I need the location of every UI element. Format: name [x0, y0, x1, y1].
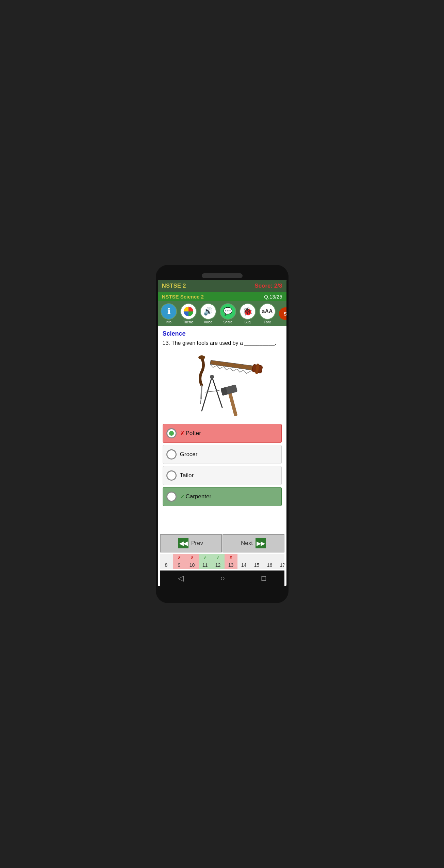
voice-label: Voice — [204, 320, 212, 324]
page-12[interactable]: ✓ 12 — [212, 554, 225, 569]
radio-grocer — [166, 449, 177, 460]
radio-potter — [166, 428, 177, 438]
option-grocer[interactable]: Grocer — [163, 445, 282, 464]
page-mark-12: ✓ — [216, 556, 219, 560]
page-13[interactable]: ✗ 13 — [225, 554, 237, 569]
score-display: Score: 2/8 — [254, 283, 282, 289]
svg-line-7 — [202, 377, 212, 411]
option-carpenter-label: Carpenter — [186, 493, 212, 500]
font-button[interactable]: aAA Font — [258, 303, 277, 325]
bug-label: Bug — [245, 320, 251, 324]
svg-line-5 — [201, 385, 202, 399]
header-sub: NSTSE Science 2 Q.13/25 — [158, 292, 286, 301]
options-list: ✗ Potter Grocer Tailor ✓ Carpente — [163, 424, 282, 506]
page-label-11: 11 — [202, 562, 208, 568]
page-mark-11: ✓ — [203, 556, 207, 560]
prev-button[interactable]: ◀◀ Prev — [160, 534, 222, 552]
page-label-8: 8 — [165, 562, 168, 568]
option-potter[interactable]: ✗ Potter — [163, 424, 282, 443]
radio-carpenter — [166, 492, 177, 502]
theme-icon — [180, 303, 197, 320]
page-14[interactable]: 14 — [237, 554, 250, 569]
page-10[interactable]: ✗ 10 — [186, 554, 199, 569]
question-text: 13. The given tools are used by a ______… — [163, 340, 282, 346]
theme-label: Theme — [183, 320, 194, 324]
share-icon: 💬 — [220, 303, 236, 320]
next-icon: ▶▶ — [256, 538, 266, 548]
option-tailor-label: Tailor — [180, 472, 194, 479]
page-9[interactable]: ✗ 9 — [173, 554, 186, 569]
svg-point-9 — [210, 375, 214, 379]
font-label: Font — [264, 320, 270, 324]
recents-button[interactable]: □ — [261, 574, 266, 583]
bug-button[interactable]: 🐞 Bug — [238, 303, 257, 325]
option-potter-label: Potter — [186, 430, 201, 437]
navigation-bar: ◀◀ Prev Next ▶▶ — [160, 534, 284, 552]
page-15[interactable]: 15 — [250, 554, 263, 569]
option-tailor[interactable]: Tailor — [163, 466, 282, 485]
app-title: NSTSE 2 — [162, 283, 186, 289]
voice-button[interactable]: 🔊 Voice — [199, 303, 218, 325]
notch — [202, 273, 243, 278]
bug-icon: 🐞 — [240, 303, 256, 320]
page-label-9: 9 — [178, 562, 181, 568]
next-label: Next — [241, 540, 253, 547]
mark-correct: ✓ — [180, 494, 184, 500]
page-16[interactable]: 16 — [263, 554, 276, 569]
mark-wrong: ✗ — [180, 430, 184, 437]
prev-label: Prev — [191, 540, 203, 547]
exam-subtitle: NSTSE Science 2 — [162, 294, 204, 300]
share-label: Share — [223, 320, 232, 324]
back-button[interactable]: ◁ — [178, 574, 184, 583]
svg-line-8 — [212, 377, 222, 407]
font-icon: aAA — [259, 303, 276, 320]
bottom-navigation: ◁ ○ □ — [160, 570, 284, 586]
page-11[interactable]: ✓ 11 — [199, 554, 212, 569]
info-icon: ℹ — [161, 303, 177, 320]
voice-icon: 🔊 — [200, 303, 216, 320]
svg-point-4 — [198, 355, 205, 359]
theme-button[interactable]: Theme — [179, 303, 198, 325]
submit-button[interactable]: Submit — [279, 307, 286, 320]
option-carpenter[interactable]: ✓ Carpenter — [163, 487, 282, 506]
page-mark-9: ✗ — [178, 556, 181, 560]
page-17[interactable]: 17 — [276, 554, 284, 569]
content-area: Science 13. The given tools are used by … — [158, 326, 286, 531]
prev-icon: ◀◀ — [178, 538, 188, 548]
share-button[interactable]: 💬 Share — [218, 303, 237, 325]
home-button[interactable]: ○ — [220, 574, 225, 583]
radio-tailor — [166, 470, 177, 481]
info-button[interactable]: ℹ Info — [159, 303, 178, 325]
page-label-12: 12 — [215, 562, 221, 568]
page-label-13: 13 — [228, 562, 234, 568]
page-numbers: 8 ✗ 9 ✗ 10 ✓ 11 ✓ 12 ✗ — [160, 554, 284, 569]
next-button[interactable]: Next ▶▶ — [223, 534, 284, 552]
question-image — [163, 350, 282, 418]
page-label-10: 10 — [190, 562, 195, 568]
option-grocer-label: Grocer — [180, 451, 198, 458]
svg-line-6 — [200, 399, 201, 404]
header-top: NSTSE 2 Score: 2/8 — [158, 280, 286, 292]
question-number: Q.13/25 — [264, 294, 282, 300]
page-mark-13: ✗ — [229, 556, 232, 560]
subject-label: Science — [163, 330, 282, 337]
page-mark-10: ✗ — [191, 556, 194, 560]
page-8[interactable]: 8 — [160, 554, 173, 569]
info-label: Info — [166, 320, 171, 324]
toolbar: ℹ Info Theme 🔊 — [158, 301, 286, 326]
